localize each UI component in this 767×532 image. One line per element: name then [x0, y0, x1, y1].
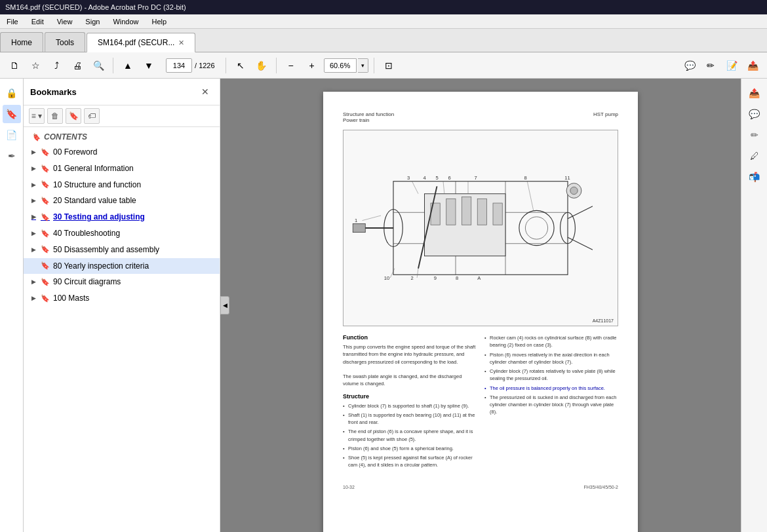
svg-text:2: 2: [411, 275, 414, 281]
bm-chevron-masts: ▶: [31, 294, 38, 303]
pdf-structure-bullets: Cylinder block (7) is supported to shaft…: [343, 402, 477, 469]
tab-document[interactable]: SM164.pdf (SECUR... ✕: [87, 33, 195, 52]
bm-text-general-info: 01 General Information: [53, 163, 134, 174]
signature-tool-btn[interactable]: ✒: [3, 147, 21, 165]
tab-close-icon[interactable]: ✕: [178, 39, 184, 47]
pages-tool-btn[interactable]: 📄: [3, 126, 21, 144]
pdf-bullet-1: Cylinder block (7) is supported to shaft…: [343, 402, 477, 409]
tab-tools-label: Tools: [56, 38, 74, 47]
comment-rp-btn[interactable]: 💬: [745, 105, 764, 123]
title-bar-text: SM164.pdf (SECURED) - Adobe Acrobat Pro …: [5, 3, 186, 11]
new-button[interactable]: 🗋: [5, 56, 24, 75]
comment-button[interactable]: 💬: [680, 56, 699, 75]
bookmark-tag-btn[interactable]: 🏷: [84, 108, 100, 124]
bm-item-general-info[interactable]: ▶ 🔖 01 General Information: [24, 161, 220, 177]
pdf-content-columns: Function This pump converts the engine s…: [343, 334, 618, 474]
zoom-group: ▾: [324, 58, 368, 73]
title-bar: SM164.pdf (SECURED) - Adobe Acrobat Pro …: [0, 0, 767, 14]
prev-page-button[interactable]: ▲: [119, 56, 137, 75]
svg-text:1: 1: [355, 218, 357, 223]
menu-bar: File Edit View Sign Window Help: [0, 14, 767, 29]
print-button[interactable]: 🖨: [68, 56, 87, 75]
delete-bookmark-btn[interactable]: 🗑: [47, 108, 63, 124]
bm-chevron-testing: ▶: [31, 213, 38, 221]
hand-tool-button[interactable]: ✋: [252, 56, 271, 75]
svg-text:11: 11: [564, 175, 570, 181]
close-bookmarks-button[interactable]: ✕: [197, 84, 213, 100]
svg-rect-17: [493, 203, 502, 225]
bm-icon-structure: 🔖: [41, 180, 50, 189]
toolbar-divider-4: [374, 58, 374, 73]
bm-text-yearly: 80 Yearly inspection criteria: [53, 261, 149, 272]
send-rp-btn[interactable]: 📬: [745, 168, 764, 186]
bookmark-star-button[interactable]: ☆: [26, 56, 45, 75]
send-button[interactable]: 📤: [743, 56, 762, 75]
svg-text:9: 9: [434, 275, 437, 281]
panel-collapse-button[interactable]: ◀: [220, 296, 229, 314]
zoom-input[interactable]: [324, 58, 357, 73]
pen-button[interactable]: ✏: [701, 56, 720, 75]
bookmarks-list: 🔖 CONTENTS ▶ 🔖 00 Foreword ▶ 🔖 01 Genera…: [24, 127, 220, 532]
bookmarks-toolbar: ≡ ▾ 🗑 🔖 🏷: [24, 105, 220, 127]
svg-text:10: 10: [384, 275, 389, 281]
menu-window[interactable]: Window: [110, 16, 141, 27]
bm-item-masts[interactable]: ▶ 🔖 100 Masts: [24, 290, 220, 307]
main-area: 🔒 🔖 📄 ✒ Bookmarks ✕ ≡ ▾ 🗑 🔖 🏷 🔖 CONTENTS…: [0, 79, 767, 532]
bm-text-testing: 30 Testing and adjusting: [53, 212, 145, 223]
menu-file[interactable]: File: [4, 16, 21, 27]
markup-rp-btn[interactable]: 🖊: [745, 147, 764, 165]
bm-icon-foreword: 🔖: [41, 147, 50, 157]
svg-rect-14: [446, 199, 456, 225]
bm-item-standard-value[interactable]: ▶ 🔖 20 Standard value table: [24, 193, 220, 209]
cursor-tool-button[interactable]: ↖: [231, 56, 250, 75]
bookmark-tool-btn[interactable]: 🔖: [3, 105, 21, 123]
menu-help[interactable]: Help: [149, 16, 170, 27]
share-button[interactable]: ⤴: [47, 56, 66, 75]
find-button[interactable]: 🔍: [89, 56, 108, 75]
toolbar-divider-1: [113, 58, 113, 73]
pdf-bullet-4: Piston (6) and shoe (5) form a spherical…: [343, 445, 477, 452]
pdf-page-footer: 10-32 FH35/40/45/50-2: [343, 485, 618, 489]
bm-text-circuit: 90 Circuit diagrams: [53, 276, 121, 288]
pdf-function-title: Function: [343, 334, 477, 341]
next-page-button[interactable]: ▼: [140, 56, 158, 75]
tab-tools[interactable]: Tools: [45, 32, 85, 52]
fit-page-button[interactable]: ⊡: [380, 56, 398, 75]
bm-item-yearly-inspection[interactable]: ▶ 🔖 80 Yearly inspection criteria: [24, 258, 220, 275]
zoom-out-button[interactable]: −: [282, 56, 300, 75]
bm-item-circuit[interactable]: ▶ 🔖 90 Circuit diagrams: [24, 274, 220, 290]
right-panel: 📤 💬 ✏ 🖊 📬: [741, 79, 767, 532]
bm-item-disassembly[interactable]: ▶ 🔖 50 Disassembly and assembly: [24, 242, 220, 258]
bm-chevron-disassembly: ▶: [31, 246, 38, 254]
menu-view[interactable]: View: [54, 16, 75, 27]
draw-rp-btn[interactable]: ✏: [745, 126, 764, 144]
bm-chevron-standard-value: ▶: [31, 197, 38, 205]
zoom-in-button[interactable]: +: [303, 56, 321, 75]
page-number-input[interactable]: [166, 58, 192, 73]
svg-rect-8: [353, 223, 365, 232]
new-bookmark-btn[interactable]: 🔖: [66, 108, 81, 124]
bookmark-menu-btn[interactable]: ≡ ▾: [29, 108, 45, 124]
pdf-bullet-5: Shoe (5) is kept pressed against flat su…: [343, 454, 477, 469]
pdf-footer-right: FH35/40/45/50-2: [583, 485, 618, 489]
menu-sign[interactable]: Sign: [83, 16, 102, 27]
zoom-dropdown-button[interactable]: ▾: [358, 58, 368, 73]
svg-text:8: 8: [456, 275, 458, 281]
toolbar-divider-2: [226, 58, 226, 73]
tab-bar: Home Tools SM164.pdf (SECUR... ✕: [0, 29, 767, 52]
bm-text-foreword: 00 Foreword: [53, 147, 97, 158]
bm-item-structure[interactable]: ▶ 🔖 10 Structure and function: [24, 177, 220, 193]
tab-home[interactable]: Home: [0, 32, 43, 52]
markup-button[interactable]: 📝: [722, 56, 741, 75]
pdf-page-header: Structure and function Power train HST p…: [343, 111, 618, 123]
svg-text:7: 7: [475, 175, 477, 181]
bm-item-testing[interactable]: ▶ 🔖 30 Testing and adjusting: [24, 209, 220, 225]
bm-item-foreword[interactable]: ▶ 🔖 00 Foreword: [24, 144, 220, 161]
bm-item-troubleshooting[interactable]: ▶ 🔖 40 Troubleshooting: [24, 225, 220, 242]
menu-edit[interactable]: Edit: [29, 16, 47, 27]
bm-chevron-structure: ▶: [31, 181, 38, 189]
pdf-rbullet-3: Cylinder block (7) rotates relatively to…: [484, 368, 618, 383]
share-rp-btn[interactable]: 📤: [745, 84, 764, 102]
pdf-viewer-area[interactable]: Structure and function Power train HST p…: [220, 79, 741, 532]
pdf-header-right: HST pump: [593, 111, 618, 123]
